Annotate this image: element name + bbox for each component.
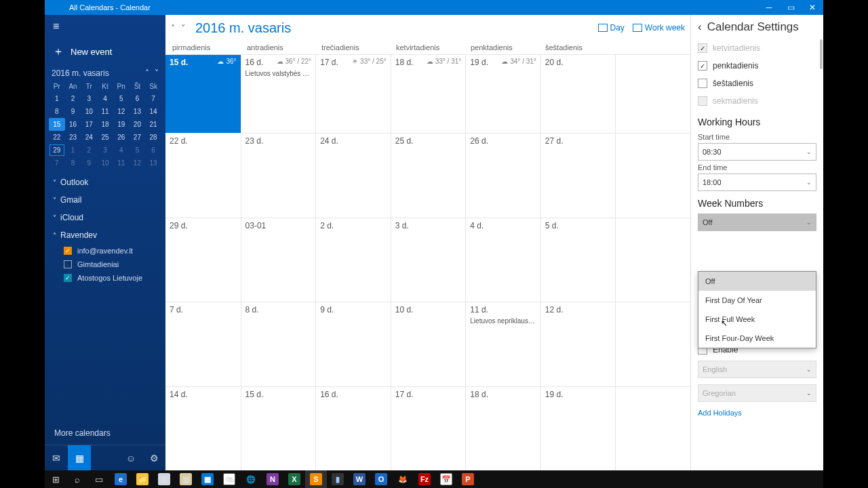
day-cell[interactable]: 29 d.: [165, 218, 241, 302]
view-workweek[interactable]: Work week: [633, 23, 685, 33]
store-icon[interactable]: 🛍: [218, 470, 240, 488]
day-cell[interactable]: 26 d.: [465, 133, 540, 218]
mini-day[interactable]: 17: [81, 118, 97, 131]
day-cell[interactable]: 18 d.☁33° / 31°: [391, 54, 466, 133]
calendar-taskbar-icon[interactable]: ▦: [197, 470, 218, 488]
notes-icon[interactable]: ▥: [175, 470, 197, 488]
day-cell[interactable]: [615, 302, 690, 386]
filezilla-icon[interactable]: Fz: [414, 470, 435, 488]
month-grid[interactable]: 15 d.☁36°16 d.☁36° / 22°Lietuvos valstyb…: [165, 54, 690, 470]
day-cell[interactable]: 17 d.☀33° / 25°: [315, 54, 391, 133]
day-cell[interactable]: 11 d.Lietuvos nepriklausomybės atk: [465, 302, 540, 386]
mini-day[interactable]: 13: [145, 157, 161, 169]
day-cell[interactable]: [615, 133, 690, 218]
dropdown-option[interactable]: First Four-Day Week: [698, 329, 816, 348]
mini-day[interactable]: 8: [49, 105, 65, 118]
day-cell[interactable]: 9 d.: [315, 302, 391, 386]
day-cell[interactable]: 12 d.: [540, 302, 616, 386]
edge-icon[interactable]: e: [110, 470, 132, 488]
mini-day[interactable]: 27: [130, 131, 146, 144]
day-cell[interactable]: 15 d.: [241, 386, 316, 471]
more-calendars[interactable]: More calendars: [45, 422, 165, 445]
day-cell[interactable]: 17 d.: [391, 386, 466, 471]
hamburger-icon[interactable]: ≡: [45, 15, 165, 38]
week-numbers-select[interactable]: Off⌄: [698, 214, 816, 231]
day-cell[interactable]: 8 d.: [241, 302, 316, 386]
end-time-select[interactable]: 18:00⌄: [698, 174, 816, 191]
calendar2-icon[interactable]: 📅: [435, 470, 457, 488]
day-cell[interactable]: 3 d.: [391, 218, 466, 302]
day-cell[interactable]: 7 d.: [165, 302, 241, 386]
day-cell[interactable]: 14 d.: [165, 386, 241, 471]
week-numbers-dropdown[interactable]: OffFirst Day Of YearFirst Full WeekFirst…: [698, 271, 816, 348]
search-icon[interactable]: ⌕: [66, 470, 88, 488]
next-month-button[interactable]: ˅: [181, 23, 186, 33]
settings-icon[interactable]: ⚙: [142, 445, 165, 470]
excel-icon[interactable]: X: [283, 470, 305, 488]
powerpoint-icon[interactable]: P: [457, 470, 479, 488]
mail-icon[interactable]: ✉: [45, 445, 68, 470]
mini-day[interactable]: 5: [113, 92, 130, 105]
workday-checkbox[interactable]: šeštadienis: [698, 75, 816, 92]
day-cell[interactable]: 25 d.: [391, 133, 466, 218]
mini-day[interactable]: 7: [145, 92, 161, 105]
mini-day[interactable]: 16: [65, 118, 81, 131]
day-cell[interactable]: [615, 218, 690, 302]
dropdown-option[interactable]: First Full Week: [698, 310, 816, 329]
day-cell[interactable]: 19 d.: [540, 386, 616, 471]
new-event-button[interactable]: ＋ New event: [45, 38, 165, 66]
outlook-icon[interactable]: O: [370, 470, 392, 488]
mini-day[interactable]: 6: [145, 144, 161, 157]
mini-day[interactable]: 12: [113, 105, 130, 118]
account-gmail[interactable]: ˅Gmail: [45, 191, 165, 209]
mini-day[interactable]: 18: [97, 118, 113, 131]
mini-day[interactable]: 4: [97, 92, 113, 105]
day-cell[interactable]: 23 d.: [241, 133, 316, 218]
explorer-icon[interactable]: 📁: [132, 470, 153, 488]
day-cell[interactable]: 16 d.☁36° / 22°Lietuvos valstybės atkūri…: [241, 54, 316, 133]
start-time-select[interactable]: 08:30⌄: [698, 143, 816, 161]
mini-day[interactable]: 10: [81, 105, 97, 118]
mini-day[interactable]: 13: [130, 105, 146, 118]
word-icon[interactable]: W: [349, 470, 370, 488]
mini-day[interactable]: 25: [97, 131, 113, 144]
account-icloud[interactable]: ˅iCloud: [45, 209, 165, 226]
feedback-icon[interactable]: ☺: [119, 445, 142, 470]
mini-day[interactable]: 14: [145, 105, 161, 118]
day-cell[interactable]: 16 d.: [315, 386, 391, 471]
mini-day[interactable]: 8: [65, 157, 81, 169]
minimize-button[interactable]: ─: [758, 0, 780, 15]
calendar-item[interactable]: ✓info@ravendev.lt: [45, 244, 165, 258]
event-item[interactable]: Lietuvos valstybės atkūrimo die: [245, 70, 312, 77]
account-ravendev[interactable]: ˄Ravendev: [45, 226, 165, 244]
mini-day[interactable]: 24: [81, 131, 97, 144]
scrollbar-thumb[interactable]: [820, 39, 823, 69]
maximize-button[interactable]: ▭: [780, 0, 802, 15]
mini-day[interactable]: 6: [130, 92, 146, 105]
mini-day[interactable]: 15: [49, 118, 65, 131]
day-cell[interactable]: 15 d.☁36°: [165, 54, 241, 133]
mini-day[interactable]: 20: [130, 118, 146, 131]
dropdown-option[interactable]: First Day Of Year: [698, 291, 816, 310]
day-cell[interactable]: 22 d.: [165, 133, 241, 218]
account-outlook[interactable]: ˅Outlook: [45, 174, 165, 191]
back-icon[interactable]: ‹: [698, 20, 702, 34]
start-button[interactable]: ⊞: [45, 470, 66, 488]
mini-day[interactable]: 10: [97, 157, 113, 169]
mini-day[interactable]: 1: [49, 92, 65, 105]
day-cell[interactable]: 20 d.: [540, 54, 616, 133]
day-cell[interactable]: [615, 386, 690, 471]
view-day[interactable]: Day: [598, 23, 625, 33]
chrome-icon[interactable]: 🌐: [240, 470, 262, 488]
mini-day[interactable]: 2: [81, 144, 97, 157]
taskview-icon[interactable]: ▭: [88, 470, 110, 488]
prev-month-button[interactable]: ˄: [171, 23, 176, 33]
day-cell[interactable]: 03-01: [241, 218, 316, 302]
day-cell[interactable]: 24 d.: [315, 133, 391, 218]
mini-day[interactable]: 2: [65, 92, 81, 105]
add-holidays-link[interactable]: Add Holidays: [698, 402, 816, 420]
mini-day[interactable]: 5: [130, 144, 146, 157]
mini-day[interactable]: 3: [97, 144, 113, 157]
mini-day[interactable]: 9: [81, 157, 97, 169]
mini-prev-icon[interactable]: ˄: [145, 68, 149, 78]
